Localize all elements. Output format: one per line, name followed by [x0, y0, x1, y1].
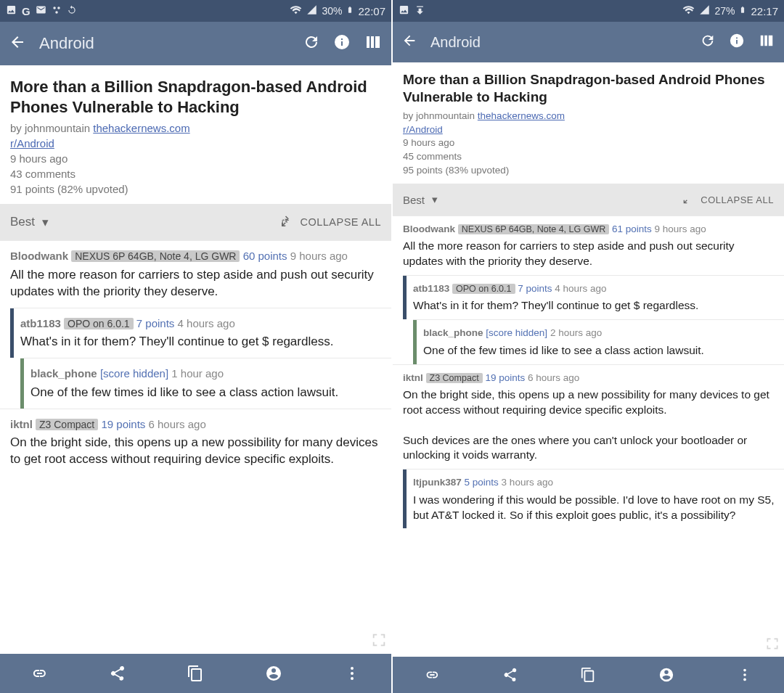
post-title: More than a Billion Snapdragon-based And… — [403, 71, 774, 107]
signal-icon — [306, 4, 317, 17]
share-button[interactable] — [78, 654, 157, 693]
post-author[interactable]: johnmountain — [416, 110, 475, 121]
comment[interactable]: atb1183 OPO on 6.0.1 7 points 4 hours ag… — [10, 308, 391, 358]
comment-author[interactable]: black_phone — [30, 367, 97, 380]
share-button[interactable] — [471, 657, 550, 693]
post-points: 91 points (82% upvoted) — [10, 183, 128, 195]
battery-icon — [346, 4, 354, 18]
user-flair: NEXUS 6P 64GB, Note 4, LG GWR — [71, 250, 240, 262]
comment-header: black_phone [score hidden] 2 hours ago — [423, 326, 775, 340]
svg-point-5 — [351, 677, 354, 680]
status-bar: 27% 22:17 — [393, 0, 784, 22]
comment-author[interactable]: Bloodwank — [403, 224, 455, 234]
more-button[interactable] — [706, 657, 784, 693]
comment-points: 61 points — [612, 224, 652, 234]
more-button[interactable] — [313, 654, 391, 693]
back-button[interactable] — [9, 33, 26, 54]
comment[interactable]: iktnl Z3 Compact 19 points 6 hours agoOn… — [393, 364, 784, 469]
appbar-title[interactable]: Android — [39, 34, 290, 53]
screenshot-icon — [399, 4, 409, 17]
refresh-button[interactable] — [700, 33, 716, 52]
copy-button[interactable] — [550, 657, 628, 693]
bottom-bar — [0, 654, 391, 693]
phone-left: G 30% 22:07 Android More than a Billion … — [0, 0, 391, 693]
post-comments: 43 comments — [10, 168, 75, 180]
comment-author[interactable]: iktnl — [10, 418, 33, 430]
comment-author[interactable]: atb1183 — [413, 283, 449, 294]
collapse-all-button[interactable]: COLLAPSE ALL — [279, 216, 381, 229]
comment[interactable]: Bloodwank NEXUS 6P 64GB, Note 4, LG GWR … — [393, 216, 784, 275]
info-button[interactable] — [333, 33, 351, 54]
user-flair: Z3 Compact — [426, 373, 483, 383]
content-area: More than a Billion Snapdragon-based And… — [0, 65, 391, 654]
svg-point-6 — [743, 669, 746, 672]
info-button[interactable] — [729, 33, 745, 52]
svg-point-2 — [55, 11, 58, 14]
bottom-bar — [393, 657, 784, 693]
post-subreddit-link[interactable]: r/Android — [10, 137, 54, 149]
comment-header: atb1183 OPO on 6.0.1 7 points 4 hours ag… — [413, 282, 775, 296]
comment-age: 9 hours ago — [655, 224, 706, 234]
comment-header: Bloodwank NEXUS 6P 64GB, Note 4, LG GWR … — [10, 248, 383, 265]
sidebar-button[interactable] — [364, 33, 383, 54]
back-button[interactable] — [401, 33, 417, 52]
post-source-link[interactable]: thehackernews.com — [478, 110, 565, 121]
collapse-all-label: COLLAPSE ALL — [701, 194, 774, 205]
comment-body: One of the few times id like to see a cl… — [30, 385, 383, 401]
expand-icon[interactable] — [371, 632, 387, 651]
comment-author[interactable]: ltjpunk387 — [413, 477, 462, 488]
comment-author[interactable]: atb1183 — [20, 317, 61, 329]
comment[interactable]: atb1183 OPO on 6.0.1 7 points 4 hours ag… — [403, 275, 784, 319]
comment-body: All the more reason for carriers to step… — [10, 267, 383, 300]
link-button[interactable] — [0, 654, 78, 693]
comment-age: 3 hours ago — [502, 477, 553, 488]
expand-icon[interactable] — [765, 636, 780, 654]
link-button[interactable] — [393, 657, 471, 693]
comment-age: 6 hours ago — [149, 418, 206, 430]
comment[interactable]: Bloodwank NEXUS 6P 64GB, Note 4, LG GWR … — [0, 240, 391, 307]
comment-points: 19 points — [485, 372, 525, 383]
sidebar-button[interactable] — [758, 33, 775, 52]
comment-author[interactable]: black_phone — [423, 327, 483, 338]
signal-icon — [699, 4, 710, 17]
comments-list[interactable]: Bloodwank NEXUS 6P 64GB, Note 4, LG GWR … — [393, 216, 784, 657]
comment-header: atb1183 OPO on 6.0.1 7 points 4 hours ag… — [20, 316, 383, 332]
comment-author[interactable]: iktnl — [403, 372, 423, 383]
comment-points: 19 points — [101, 418, 145, 430]
comment[interactable]: ltjpunk387 5 points 3 hours agoI was won… — [403, 469, 784, 528]
post-source-link[interactable]: thehackernews.com — [93, 122, 189, 134]
copy-button[interactable] — [157, 654, 235, 693]
thread-bar — [10, 308, 14, 358]
profile-button[interactable] — [627, 657, 706, 693]
sort-selector[interactable]: Best ▾ — [10, 215, 49, 230]
comments-list[interactable]: Bloodwank NEXUS 6P 64GB, Note 4, LG GWR … — [0, 240, 391, 654]
thread-bar — [413, 320, 417, 364]
battery-text: 27% — [714, 5, 735, 17]
comment[interactable]: iktnl Z3 Compact 19 points 6 hours agoOn… — [0, 409, 391, 475]
comment-body: What's in it for them? They'll continue … — [20, 334, 383, 350]
sort-bar: Best ▾ COLLAPSE ALL — [393, 184, 784, 216]
comment-author[interactable]: Bloodwank — [10, 250, 68, 262]
comment-header: iktnl Z3 Compact 19 points 6 hours ago — [403, 371, 775, 385]
appbar-title[interactable]: Android — [430, 34, 687, 51]
comment[interactable]: black_phone [score hidden] 1 hour agoOne… — [20, 358, 391, 408]
post-subreddit-link[interactable]: r/Android — [403, 124, 443, 135]
post-meta: by johnmountain thehackernews.com r/Andr… — [10, 120, 381, 197]
post-header[interactable]: More than a Billion Snapdragon-based And… — [393, 62, 784, 184]
status-bar: G 30% 22:07 — [0, 0, 391, 22]
thread-bar — [403, 276, 407, 319]
comment[interactable]: black_phone [score hidden] 2 hours agoOn… — [413, 319, 784, 364]
collapse-all-button[interactable]: COLLAPSE ALL — [682, 194, 774, 205]
comment-header: ltjpunk387 5 points 3 hours ago — [413, 475, 775, 490]
refresh-button[interactable] — [303, 33, 320, 54]
post-header[interactable]: More than a Billion Snapdragon-based And… — [0, 65, 391, 204]
comment-points: 7 points — [518, 283, 552, 294]
user-flair: Z3 Compact — [36, 419, 98, 430]
profile-button[interactable] — [234, 654, 313, 693]
comment-points: 5 points — [465, 477, 499, 488]
post-points: 95 points (83% upvoted) — [403, 165, 509, 176]
user-flair: OPO on 6.0.1 — [452, 284, 515, 294]
sort-selector[interactable]: Best ▾ — [403, 193, 438, 206]
post-author[interactable]: johnmountain — [25, 122, 90, 134]
svg-point-1 — [57, 7, 60, 9]
